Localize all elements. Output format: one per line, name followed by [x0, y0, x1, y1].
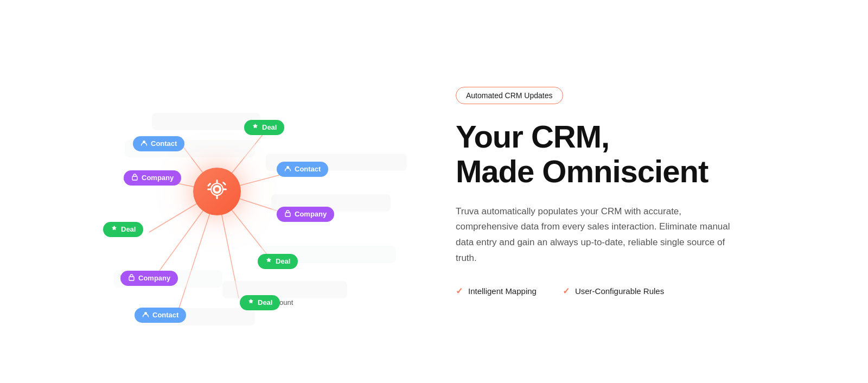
contact-icon-buying	[284, 165, 291, 174]
feature-intelligent-mapping: ✓ Intelligent Mapping	[456, 286, 537, 296]
contact-icon-lead	[141, 139, 148, 148]
description-text: Truva automatically populates your CRM w…	[456, 204, 738, 267]
pill-company-goals: Company	[277, 207, 334, 222]
pill-company-tech: Company	[120, 271, 178, 286]
company-icon-goals	[284, 210, 291, 219]
svg-rect-16	[207, 182, 212, 187]
check-icon-2: ✓	[563, 286, 570, 296]
feature-configurable-rules: ✓ User-Configurable Rules	[563, 286, 664, 296]
node-deal-owner: Deal Deal Owner	[244, 123, 282, 131]
node-deal-nextstep: Deal Next Step	[258, 257, 289, 265]
node-company-goals: Company Goals	[277, 210, 295, 218]
pill-contact-buying: Contact	[277, 162, 328, 177]
svg-rect-21	[129, 277, 134, 280]
node-deal-forecast: Deal Forecast Amount	[240, 298, 293, 307]
features-row: ✓ Intelligent Mapping ✓ User-Configurabl…	[456, 286, 825, 296]
pill-deal-forecast: Deal	[240, 295, 280, 310]
company-icon-arr	[131, 174, 138, 182]
node-tech: Tech Company	[120, 274, 135, 282]
node-contact-buying: Contact Buying Role	[277, 165, 315, 173]
node-pain-points: Pain Points Deal	[103, 225, 139, 233]
hubspot-icon	[205, 177, 229, 206]
main-heading: Your CRM, Made Omniscient	[456, 119, 825, 189]
page-wrapper: Lead Status Contact ARR Company	[0, 0, 868, 383]
pill-company-arr: Company	[124, 170, 181, 186]
badge: Automated CRM Updates	[456, 87, 563, 104]
svg-rect-24	[285, 213, 290, 216]
feature-label-2: User-Configurable Rules	[575, 286, 664, 296]
deal-icon-nextstep	[265, 257, 272, 266]
pill-deal-nextstep: Deal	[258, 254, 298, 269]
left-panel: Lead Status Contact ARR Company	[0, 0, 434, 383]
deal-icon-pain	[111, 225, 118, 234]
pill-deal-pain: Deal	[103, 222, 143, 237]
svg-rect-20	[132, 176, 137, 180]
bg-card-6	[222, 281, 347, 298]
check-icon-1: ✓	[456, 286, 463, 296]
pill-deal-owner: Deal	[244, 120, 284, 135]
deal-icon-owner	[252, 123, 259, 132]
right-panel: Automated CRM Updates Your CRM, Made Omn…	[434, 54, 868, 329]
diagram-container: Lead Status Contact ARR Company	[33, 29, 401, 354]
node-lead-status: Lead Status Contact	[133, 139, 170, 148]
svg-point-11	[215, 187, 219, 192]
node-engagement: Engagement Contact	[135, 311, 175, 319]
pill-contact-engagement: Contact	[135, 308, 186, 323]
hub-center	[193, 168, 241, 215]
deal-icon-forecast	[247, 298, 254, 307]
svg-rect-17	[222, 181, 227, 186]
company-icon-tech	[128, 274, 135, 283]
node-arr: ARR Company	[124, 174, 138, 182]
pill-contact-lead: Contact	[133, 136, 184, 151]
contact-icon-engagement	[142, 311, 149, 320]
feature-label-1: Intelligent Mapping	[468, 286, 537, 296]
